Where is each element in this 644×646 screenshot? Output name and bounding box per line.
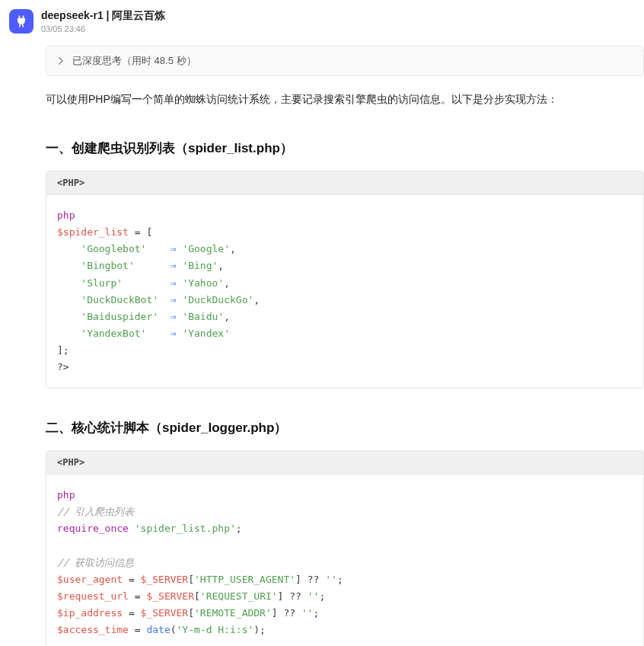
code-lang-label: <PHP> <box>46 451 643 475</box>
code-body-1[interactable]: php $spider_list = [ 'Googlebot' ⇒ 'Goog… <box>46 195 643 388</box>
code-body-2[interactable]: php // 引入爬虫列表 require_once 'spider_list.… <box>46 475 643 646</box>
thought-summary[interactable]: 已深度思考（用时 48.5 秒） <box>46 46 644 76</box>
section-title-1: 一、创建爬虫识别列表（spider_list.php） <box>46 139 644 157</box>
message-content: 已深度思考（用时 48.5 秒） 可以使用PHP编写一个简单的蜘蛛访问统计系统，… <box>46 46 644 646</box>
message-header: deepseek-r1 | 阿里云百炼 03/05 23:46 <box>9 9 644 34</box>
chevron-right-icon <box>57 55 65 67</box>
code-block-2: <PHP> php // 引入爬虫列表 require_once 'spider… <box>46 450 644 646</box>
section-title-2: 二、核心统计脚本（spider_logger.php） <box>46 419 644 437</box>
bot-avatar <box>9 9 33 34</box>
thought-text: 已深度思考（用时 48.5 秒） <box>72 54 196 68</box>
code-block-1: <PHP> php $spider_list = [ 'Googlebot' ⇒… <box>46 171 644 389</box>
code-lang-label: <PHP> <box>46 171 643 195</box>
bot-name: deepseek-r1 | 阿里云百炼 <box>41 9 165 23</box>
intro-paragraph: 可以使用PHP编写一个简单的蜘蛛访问统计系统，主要记录搜索引擎爬虫的访问信息。以… <box>46 90 644 109</box>
message-timestamp: 03/05 23:46 <box>41 24 165 34</box>
plug-icon <box>14 14 29 29</box>
